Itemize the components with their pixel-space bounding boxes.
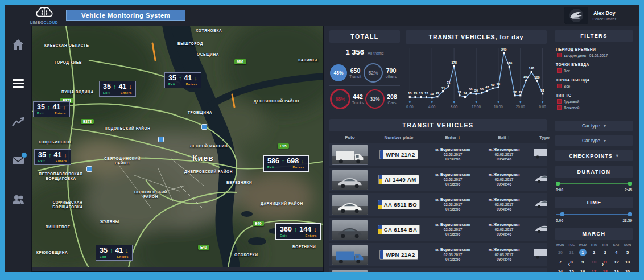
- calendar-date[interactable]: 20: [622, 268, 633, 272]
- calendar-date[interactable]: 13: [622, 258, 633, 266]
- sidebar-item-contacts[interactable]: [11, 193, 25, 205]
- checkbox-icon: [557, 68, 562, 73]
- calendar-prev-icon[interactable]: ‹: [568, 261, 570, 267]
- time-handle-min[interactable]: [560, 212, 564, 216]
- duration-handle-max[interactable]: [628, 182, 632, 186]
- totals-panel: TOTALL 1 356 All traffic 48% 650Transit …: [329, 30, 400, 114]
- table-row[interactable]: WPN 21A2м. Бориспольская02.03.201707:30:…: [329, 143, 547, 166]
- svg-text:249: 249: [501, 48, 506, 51]
- filter-option[interactable]: Все: [556, 84, 632, 88]
- sidebar-item-messages[interactable]: [11, 154, 25, 167]
- filter-option[interactable]: Все: [556, 68, 632, 73]
- svg-text:14: 14: [463, 92, 467, 95]
- time-slider[interactable]: [556, 212, 632, 217]
- table-title: TRANSIT VEHICLES: [329, 119, 547, 131]
- enter-info: м. Бориспольская02.03.201707:30:56: [435, 147, 470, 162]
- table-row[interactable]: WPN 21A2м. Бориспольская02.03.201707:35:…: [329, 243, 547, 266]
- duration-handle-min[interactable]: [556, 182, 560, 186]
- transit-line-chart[interactable]: 0:004:008:0012:0016:0020:000:00131313131…: [406, 44, 547, 114]
- exit-up-icon: ↑: [282, 158, 285, 164]
- calendar-date[interactable]: 30: [555, 249, 566, 256]
- transit-table-panel: TRANSIT VEHICLES Foto Number plate Enter…: [329, 119, 547, 272]
- table-row[interactable]: CA 6154 BAм. Бориспольская02.03.201707:3…: [329, 218, 547, 241]
- exit-up-icon: ↑: [47, 104, 51, 110]
- calendar-date[interactable]: 2: [588, 249, 600, 256]
- checkpoint-counter-badge[interactable]: 35↑41↓ExitEnters: [33, 101, 70, 117]
- duration-min: 0:00: [556, 188, 563, 192]
- time-title: TIME: [555, 197, 633, 208]
- sidebar-item-menu[interactable]: [11, 77, 25, 89]
- checkpoint-counter-badge[interactable]: 35↑41↓ExitEnters: [164, 72, 201, 88]
- checkpoint-counter-badge[interactable]: 35↑41↓ExitEnters: [34, 149, 71, 165]
- calendar-next-icon[interactable]: ›: [602, 261, 604, 267]
- checkpoint-counter-badge[interactable]: 35↑41↓ExitEnters: [99, 81, 136, 97]
- table-row[interactable]: AA 6511 BOм. Бориспольская02.03.201707:3…: [329, 268, 547, 272]
- transit-others-row: 48% 650Transit 52% 700others: [329, 60, 400, 85]
- calendar-date[interactable]: 3: [600, 249, 611, 256]
- svg-text:102: 102: [523, 75, 529, 79]
- calendar-date[interactable]: 17: [588, 268, 600, 272]
- users-icon: [11, 193, 25, 205]
- calendar-date[interactable]: 18: [600, 268, 611, 272]
- enter-info: м. Бориспольская02.03.201707:35:56: [435, 197, 470, 212]
- calendar-date[interactable]: 11: [600, 258, 611, 266]
- vehicle-type-icon: [533, 222, 547, 238]
- svg-text:0:00: 0:00: [406, 105, 414, 109]
- time-handle-max[interactable]: [628, 212, 632, 216]
- sidebar-item-statistics[interactable]: [11, 116, 25, 128]
- filters-column: FILTERS ПЕРИОД ВРЕМЕНИза один день - 01.…: [551, 26, 639, 272]
- svg-text:10: 10: [430, 92, 434, 96]
- calendar-date[interactable]: 4: [611, 249, 622, 256]
- city-map[interactable]: Киев ХОТЯНОВКАКИЕВСКАЯ ОБЛАСТЬВЫШГОРОДОС…: [31, 26, 324, 272]
- checkbox-icon: [557, 105, 562, 110]
- car-type-dropdown-2[interactable]: Car type▾: [555, 135, 633, 146]
- filter-option[interactable]: за один день - 01.02.2017: [556, 53, 632, 57]
- user-profile[interactable]: Alex Doy Police Officer: [564, 7, 634, 24]
- enter-info: м. Бориспольская02.03.201707:35:56: [435, 172, 470, 187]
- calendar-date[interactable]: 10: [588, 258, 600, 266]
- calendar-day-name: WED: [577, 243, 588, 246]
- vehicle-photo: [332, 170, 368, 190]
- calendar-date[interactable]: 15: [566, 268, 577, 272]
- calendar-date[interactable]: 14: [555, 268, 566, 272]
- chevron-down-icon: ▾: [604, 138, 606, 143]
- brand-logo[interactable]: LIMBOCLOUD: [30, 6, 58, 24]
- checkpoints-dropdown[interactable]: CHECKPOINTS▾: [555, 150, 633, 161]
- checkpoint-counter-badge[interactable]: 35↑41↓ExitEnters: [96, 245, 133, 261]
- col-enter[interactable]: Enter↓: [427, 134, 478, 141]
- calendar-day-name: SAT: [611, 243, 622, 246]
- calendar-date[interactable]: 9: [577, 258, 588, 266]
- map-region-label: ГОРОД КИЕВ: [55, 60, 82, 65]
- car-type-dropdown-1[interactable]: Car type▾: [555, 121, 633, 131]
- calendar: MARCH ‹ › MONTUEWEDTHUFRISATSUN303112345…: [555, 228, 633, 272]
- calendar-date[interactable]: 16: [577, 268, 588, 272]
- col-exit[interactable]: Exit↑: [478, 134, 530, 141]
- checkpoint-counter-badge[interactable]: 586↑698↓ExitEnters: [263, 155, 309, 172]
- filter-group: ПЕРИОД ВРЕМЕНИза один день - 01.02.2017: [556, 47, 632, 57]
- vehicle-photo: [332, 220, 368, 240]
- calendar-date[interactable]: 7: [555, 258, 566, 266]
- svg-text:16: 16: [436, 91, 439, 94]
- sidebar-item-home[interactable]: [11, 38, 25, 51]
- table-row[interactable]: AA 6511 BOм. Бориспольская02.03.201707:3…: [329, 193, 547, 216]
- calendar-date[interactable]: 12: [611, 258, 622, 266]
- svg-text:22: 22: [519, 90, 522, 93]
- calendar-date[interactable]: 19: [611, 268, 622, 272]
- calendar-date[interactable]: 31: [566, 249, 577, 256]
- duration-slider[interactable]: [556, 182, 632, 186]
- filter-option[interactable]: Грузовой: [556, 99, 632, 104]
- svg-text:71: 71: [447, 81, 451, 84]
- filter-option[interactable]: Легковой: [556, 105, 632, 110]
- map-pin-icon[interactable]: [158, 137, 164, 142]
- checkpoint-counter-badge[interactable]: 360↑144↓ExitEnters: [275, 223, 321, 240]
- table-row[interactable]: AI 1449 AMм. Бориспольская02.03.201707:3…: [329, 168, 547, 191]
- calendar-date[interactable]: 5: [622, 249, 633, 256]
- map-pin-icon[interactable]: [86, 166, 92, 172]
- center-column: TOTALL 1 356 All traffic 48% 650Transit …: [324, 26, 551, 272]
- calendar-date[interactable]: 1: [579, 249, 587, 256]
- totals-title: TOTALL: [329, 30, 400, 43]
- calendar-day-name: TUE: [566, 243, 577, 246]
- exit-up-icon: ↑: [179, 75, 182, 81]
- map-pin-icon[interactable]: [201, 124, 207, 130]
- svg-text:20:00: 20:00: [516, 105, 525, 109]
